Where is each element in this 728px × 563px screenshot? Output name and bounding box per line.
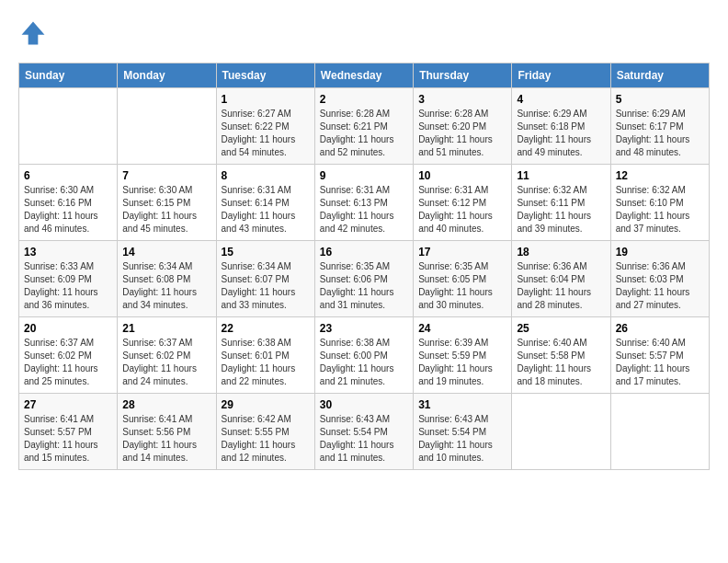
day-number: 7 xyxy=(122,169,210,182)
column-header-tuesday: Tuesday xyxy=(216,63,314,88)
day-number: 12 xyxy=(616,169,704,182)
calendar-week-row: 6Sunrise: 6:30 AMSunset: 6:16 PMDaylight… xyxy=(19,165,710,241)
calendar-cell: 12Sunrise: 6:32 AMSunset: 6:10 PMDayligh… xyxy=(610,165,709,241)
page-header xyxy=(18,18,710,48)
calendar-cell: 2Sunrise: 6:28 AMSunset: 6:21 PMDaylight… xyxy=(314,88,413,165)
day-info: Sunrise: 6:43 AMSunset: 5:54 PMDaylight:… xyxy=(418,413,506,465)
day-info: Sunrise: 6:40 AMSunset: 5:58 PMDaylight:… xyxy=(517,337,605,388)
calendar-cell: 5Sunrise: 6:29 AMSunset: 6:17 PMDaylight… xyxy=(610,88,709,165)
column-header-wednesday: Wednesday xyxy=(314,63,413,88)
calendar-cell: 24Sunrise: 6:39 AMSunset: 5:59 PMDayligh… xyxy=(414,317,512,394)
calendar-table: SundayMondayTuesdayWednesdayThursdayFrid… xyxy=(18,63,710,470)
day-number: 20 xyxy=(24,322,112,335)
calendar-cell: 14Sunrise: 6:34 AMSunset: 6:08 PMDayligh… xyxy=(118,241,216,317)
day-number: 1 xyxy=(222,93,310,106)
day-info: Sunrise: 6:31 AMSunset: 6:13 PMDaylight:… xyxy=(320,184,408,236)
calendar-cell: 18Sunrise: 6:36 AMSunset: 6:04 PMDayligh… xyxy=(512,241,610,317)
day-info: Sunrise: 6:32 AMSunset: 6:10 PMDaylight:… xyxy=(616,184,704,236)
day-info: Sunrise: 6:36 AMSunset: 6:03 PMDaylight:… xyxy=(616,260,704,312)
calendar-cell: 23Sunrise: 6:38 AMSunset: 6:00 PMDayligh… xyxy=(314,317,413,394)
day-info: Sunrise: 6:33 AMSunset: 6:09 PMDaylight:… xyxy=(24,260,112,312)
day-info: Sunrise: 6:32 AMSunset: 6:11 PMDaylight:… xyxy=(517,184,605,236)
day-number: 15 xyxy=(222,246,310,259)
calendar-cell: 10Sunrise: 6:31 AMSunset: 6:12 PMDayligh… xyxy=(414,165,512,241)
day-number: 8 xyxy=(222,169,310,182)
day-number: 5 xyxy=(616,93,704,106)
day-info: Sunrise: 6:41 AMSunset: 5:57 PMDaylight:… xyxy=(24,413,112,465)
calendar-week-row: 20Sunrise: 6:37 AMSunset: 6:02 PMDayligh… xyxy=(19,317,710,394)
day-number: 6 xyxy=(24,169,112,182)
day-info: Sunrise: 6:37 AMSunset: 6:02 PMDaylight:… xyxy=(24,337,112,388)
day-number: 17 xyxy=(418,246,506,259)
column-header-saturday: Saturday xyxy=(610,63,709,88)
day-number: 21 xyxy=(122,322,210,335)
logo xyxy=(18,18,51,48)
calendar-cell: 27Sunrise: 6:41 AMSunset: 5:57 PMDayligh… xyxy=(19,394,118,470)
calendar-cell xyxy=(19,88,118,165)
day-info: Sunrise: 6:35 AMSunset: 6:05 PMDaylight:… xyxy=(418,260,506,312)
calendar-cell: 28Sunrise: 6:41 AMSunset: 5:56 PMDayligh… xyxy=(118,394,216,470)
calendar-cell: 15Sunrise: 6:34 AMSunset: 6:07 PMDayligh… xyxy=(216,241,314,317)
column-header-monday: Monday xyxy=(118,63,216,88)
calendar-cell: 8Sunrise: 6:31 AMSunset: 6:14 PMDaylight… xyxy=(216,165,314,241)
day-info: Sunrise: 6:35 AMSunset: 6:06 PMDaylight:… xyxy=(320,260,408,312)
day-info: Sunrise: 6:42 AMSunset: 5:55 PMDaylight:… xyxy=(222,413,310,465)
column-header-sunday: Sunday xyxy=(19,63,118,88)
svg-marker-0 xyxy=(22,22,45,45)
day-info: Sunrise: 6:29 AMSunset: 6:18 PMDaylight:… xyxy=(517,108,605,159)
day-info: Sunrise: 6:36 AMSunset: 6:04 PMDaylight:… xyxy=(517,260,605,312)
calendar-cell: 31Sunrise: 6:43 AMSunset: 5:54 PMDayligh… xyxy=(414,394,512,470)
calendar-cell: 26Sunrise: 6:40 AMSunset: 5:57 PMDayligh… xyxy=(610,317,709,394)
day-info: Sunrise: 6:30 AMSunset: 6:15 PMDaylight:… xyxy=(122,184,210,236)
column-header-friday: Friday xyxy=(512,63,610,88)
calendar-cell: 9Sunrise: 6:31 AMSunset: 6:13 PMDaylight… xyxy=(314,165,413,241)
day-number: 29 xyxy=(222,398,310,411)
day-number: 11 xyxy=(517,169,605,182)
day-info: Sunrise: 6:31 AMSunset: 6:14 PMDaylight:… xyxy=(222,184,310,236)
day-number: 22 xyxy=(222,322,310,335)
day-info: Sunrise: 6:38 AMSunset: 6:01 PMDaylight:… xyxy=(222,337,310,388)
calendar-cell: 20Sunrise: 6:37 AMSunset: 6:02 PMDayligh… xyxy=(19,317,118,394)
day-number: 4 xyxy=(517,93,605,106)
calendar-cell: 4Sunrise: 6:29 AMSunset: 6:18 PMDaylight… xyxy=(512,88,610,165)
calendar-cell: 17Sunrise: 6:35 AMSunset: 6:05 PMDayligh… xyxy=(414,241,512,317)
calendar-cell: 29Sunrise: 6:42 AMSunset: 5:55 PMDayligh… xyxy=(216,394,314,470)
day-number: 26 xyxy=(616,322,704,335)
day-info: Sunrise: 6:27 AMSunset: 6:22 PMDaylight:… xyxy=(222,108,310,159)
calendar-cell xyxy=(512,394,610,470)
day-info: Sunrise: 6:28 AMSunset: 6:20 PMDaylight:… xyxy=(418,108,506,159)
day-info: Sunrise: 6:40 AMSunset: 5:57 PMDaylight:… xyxy=(616,337,704,388)
calendar-cell: 7Sunrise: 6:30 AMSunset: 6:15 PMDaylight… xyxy=(118,165,216,241)
day-info: Sunrise: 6:28 AMSunset: 6:21 PMDaylight:… xyxy=(320,108,408,159)
column-header-thursday: Thursday xyxy=(414,63,512,88)
calendar-week-row: 13Sunrise: 6:33 AMSunset: 6:09 PMDayligh… xyxy=(19,241,710,317)
day-info: Sunrise: 6:37 AMSunset: 6:02 PMDaylight:… xyxy=(122,337,210,388)
calendar-header-row: SundayMondayTuesdayWednesdayThursdayFrid… xyxy=(19,63,710,88)
calendar-cell: 30Sunrise: 6:43 AMSunset: 5:54 PMDayligh… xyxy=(314,394,413,470)
calendar-week-row: 27Sunrise: 6:41 AMSunset: 5:57 PMDayligh… xyxy=(19,394,710,470)
day-number: 30 xyxy=(320,398,408,411)
calendar-cell: 11Sunrise: 6:32 AMSunset: 6:11 PMDayligh… xyxy=(512,165,610,241)
calendar-cell: 13Sunrise: 6:33 AMSunset: 6:09 PMDayligh… xyxy=(19,241,118,317)
day-info: Sunrise: 6:29 AMSunset: 6:17 PMDaylight:… xyxy=(616,108,704,159)
calendar-cell: 21Sunrise: 6:37 AMSunset: 6:02 PMDayligh… xyxy=(118,317,216,394)
day-number: 28 xyxy=(122,398,210,411)
day-number: 13 xyxy=(24,246,112,259)
calendar-week-row: 1Sunrise: 6:27 AMSunset: 6:22 PMDaylight… xyxy=(19,88,710,165)
calendar-cell: 16Sunrise: 6:35 AMSunset: 6:06 PMDayligh… xyxy=(314,241,413,317)
day-number: 16 xyxy=(320,246,408,259)
calendar-cell xyxy=(118,88,216,165)
day-info: Sunrise: 6:39 AMSunset: 5:59 PMDaylight:… xyxy=(418,337,506,388)
day-number: 23 xyxy=(320,322,408,335)
calendar-cell: 25Sunrise: 6:40 AMSunset: 5:58 PMDayligh… xyxy=(512,317,610,394)
day-info: Sunrise: 6:31 AMSunset: 6:12 PMDaylight:… xyxy=(418,184,506,236)
day-info: Sunrise: 6:30 AMSunset: 6:16 PMDaylight:… xyxy=(24,184,112,236)
calendar-cell xyxy=(610,394,709,470)
day-number: 19 xyxy=(616,246,704,259)
calendar-cell: 6Sunrise: 6:30 AMSunset: 6:16 PMDaylight… xyxy=(19,165,118,241)
day-info: Sunrise: 6:41 AMSunset: 5:56 PMDaylight:… xyxy=(122,413,210,465)
day-info: Sunrise: 6:43 AMSunset: 5:54 PMDaylight:… xyxy=(320,413,408,465)
day-info: Sunrise: 6:34 AMSunset: 6:08 PMDaylight:… xyxy=(122,260,210,312)
day-number: 9 xyxy=(320,169,408,182)
day-number: 27 xyxy=(24,398,112,411)
